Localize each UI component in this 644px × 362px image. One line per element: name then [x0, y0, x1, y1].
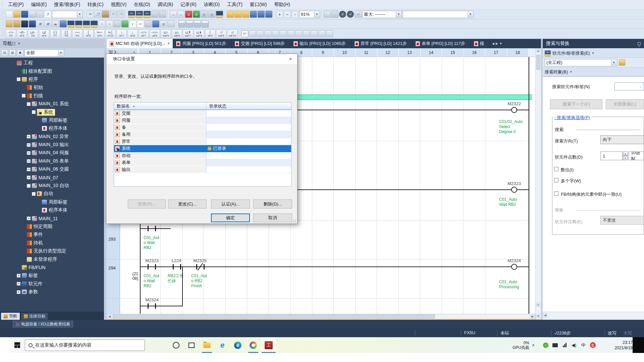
- contact-symbol[interactable]: [148, 303, 149, 309]
- step-over-icon[interactable]: [355, 11, 362, 18]
- menu-item[interactable]: 搜索/替换(F): [50, 0, 84, 9]
- contact-symbol[interactable]: [204, 264, 205, 269]
- document-tab[interactable]: 表单 [PRG] [LD] 117步: [413, 39, 471, 48]
- ladder-symbol-button[interactable]: ✂─ cF9: [94, 29, 105, 38]
- chevron-down-icon[interactable]: ⌄: [639, 85, 642, 88]
- pin-icon[interactable]: [12, 42, 15, 45]
- scroll-up-icon[interactable]: ▲: [536, 48, 541, 53]
- coil-symbol[interactable]: [511, 107, 517, 113]
- tree-item[interactable]: + MAIN_04 伺服: [0, 149, 104, 157]
- scrollbar-thumb[interactable]: [536, 55, 540, 70]
- tree-item[interactable]: 恒定周期: [0, 223, 104, 231]
- monitor-2-icon[interactable]: [258, 11, 265, 18]
- edit-i-icon[interactable]: [129, 20, 136, 27]
- contact-symbol[interactable]: [148, 226, 149, 231]
- table-row[interactable]: 伺服: [114, 117, 291, 124]
- find-gray2-icon[interactable]: [208, 11, 215, 18]
- tree-item[interactable]: + MAIN_02 异常: [0, 133, 104, 141]
- menu-item[interactable]: 记录(R): [177, 0, 200, 9]
- st-icon[interactable]: [241, 30, 248, 37]
- block-a-icon[interactable]: [151, 11, 158, 18]
- jump-icon[interactable]: [295, 30, 302, 37]
- tree-item[interactable]: + 参数: [0, 288, 104, 296]
- selection-win-icon[interactable]: [13, 20, 20, 27]
- ladder-symbol-button[interactable]: ⊔↑ saF5: [161, 29, 171, 38]
- watch-a-icon[interactable]: [98, 20, 105, 27]
- toolbar-grip[interactable]: [2, 21, 4, 27]
- show-desktop-area[interactable]: [633, 337, 644, 353]
- authenticate-button[interactable]: 认证(A)...: [211, 199, 250, 208]
- write-plc-icon[interactable]: [170, 11, 177, 18]
- tab-list-icon[interactable]: ▼: [499, 42, 502, 45]
- document-tab[interactable]: 模: [471, 39, 490, 48]
- ok-button[interactable]: 确定: [211, 214, 250, 222]
- search-zoom-icon[interactable]: [160, 20, 167, 27]
- note-icon[interactable]: [287, 30, 294, 37]
- fb-partial-checkbox[interactable]: [554, 191, 558, 196]
- win-a-icon[interactable]: [178, 20, 185, 27]
- win-c-icon[interactable]: [194, 20, 201, 27]
- scrollbar-thumb[interactable]: [113, 314, 435, 318]
- ladder-symbol-button[interactable]: [ ] F8: [61, 29, 71, 38]
- tree-item[interactable]: 工程: [0, 59, 104, 67]
- document-tab[interactable]: 交握 [PRG] [LD] 598步: [232, 39, 290, 48]
- zoom-fit-icon[interactable]: [291, 11, 299, 18]
- close-icon[interactable]: ×: [18, 41, 20, 46]
- network-icon[interactable]: [560, 337, 569, 353]
- scope-settings-icon[interactable]: [619, 59, 625, 66]
- menu-item[interactable]: 调试(B): [154, 0, 177, 9]
- tree-expand-icon[interactable]: -: [17, 77, 20, 81]
- ladder-symbol-button[interactable]: │ sF9: [83, 29, 94, 38]
- track-icon[interactable]: [326, 30, 333, 37]
- tree-item[interactable]: FB/FUN: [0, 263, 104, 272]
- tree-expand-icon[interactable]: ⊞: [9, 50, 16, 56]
- list-a-icon[interactable]: [37, 20, 44, 27]
- spin-down-icon[interactable]: ▼: [623, 156, 628, 160]
- internet-explorer-button[interactable]: e: [215, 337, 230, 353]
- table-row[interactable]: 异常: [114, 138, 291, 145]
- scroll-right-icon[interactable]: ▶: [530, 314, 535, 319]
- dev-d-icon[interactable]: [91, 20, 98, 27]
- ladder-symbol-button[interactable]: ⊔↓ saF6: [172, 29, 182, 38]
- find-device-combobox[interactable]: ⌄: [614, 82, 644, 90]
- pin-icon[interactable]: [638, 42, 641, 45]
- win-d-icon[interactable]: [202, 20, 209, 27]
- table-row[interactable]: 交握: [114, 110, 291, 117]
- ladder-symbol-button[interactable]: ⊔⊢ F6: [28, 29, 38, 38]
- redo-icon[interactable]: [117, 11, 124, 18]
- tree-item[interactable]: + 标签: [0, 272, 104, 280]
- gear-icon[interactable]: ✱: [17, 50, 23, 56]
- open-icon[interactable]: [13, 11, 20, 18]
- start-button[interactable]: [9, 337, 25, 353]
- tree-expand-icon[interactable]: +: [27, 168, 31, 171]
- tab-scroll-left-icon[interactable]: ◀: [492, 42, 494, 45]
- multiword-checkbox[interactable]: [554, 178, 558, 182]
- new-icon[interactable]: [6, 11, 13, 18]
- read-plc-icon[interactable]: [177, 11, 184, 18]
- clock[interactable]: 23:172021/8/19: [601, 337, 635, 353]
- tree-expand-icon[interactable]: -: [32, 110, 36, 114]
- panel-horizontal-scrollbar[interactable]: ◀: [543, 312, 644, 318]
- ladder-symbol-button[interactable]: ⊣↑⊢ aF7: [139, 29, 149, 38]
- zoom-combobox[interactable]: 91%▼: [299, 11, 320, 18]
- horizontal-scrollbar[interactable]: ◀ ▶: [107, 314, 535, 319]
- zoom-in-icon[interactable]: [276, 11, 283, 18]
- menu-item[interactable]: 帮助(H): [270, 0, 293, 9]
- coil-symbol[interactable]: [511, 264, 517, 270]
- edit2-icon[interactable]: [264, 30, 271, 37]
- hex-win-icon[interactable]: [21, 20, 28, 27]
- edit1-icon[interactable]: [257, 30, 264, 37]
- find-red-icon[interactable]: [185, 11, 192, 18]
- contact-symbol[interactable]: [180, 264, 181, 269]
- transfer-reset-icon[interactable]: [242, 11, 249, 18]
- ladder-symbol-button[interactable]: ✂│ cF10: [105, 29, 116, 38]
- menu-item[interactable]: 工具(T): [223, 0, 246, 9]
- table-row[interactable]: 备用: [114, 131, 291, 138]
- table-row[interactable]: 自动: [114, 152, 291, 159]
- taskbar-search[interactable]: 在这里输入你要搜索的内容: [25, 340, 145, 351]
- ladder-symbol-button[interactable]: ⊔/ sF6: [39, 29, 49, 38]
- dialog-titlebar[interactable]: 块口令设置 ×: [106, 54, 297, 64]
- transfer-stop-icon[interactable]: [234, 11, 241, 18]
- tree-expand-icon[interactable]: +: [27, 159, 31, 163]
- chevron-down-icon[interactable]: ▼: [611, 60, 616, 66]
